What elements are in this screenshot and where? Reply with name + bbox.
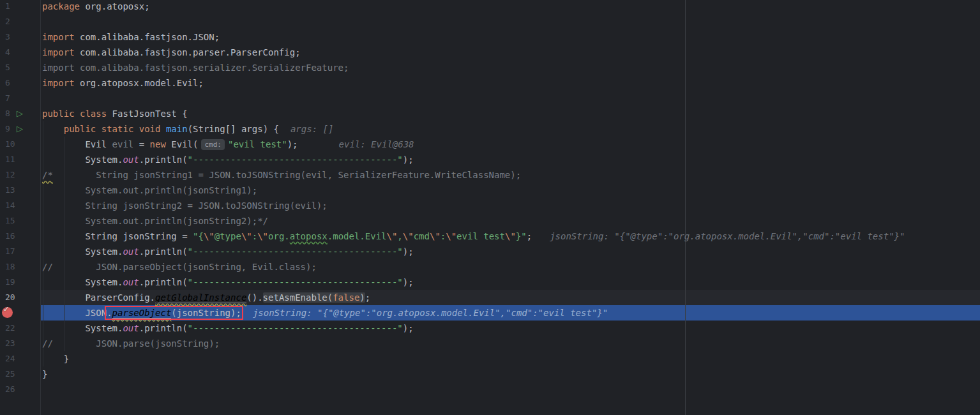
code-token: ); xyxy=(287,139,298,149)
code-token: }" xyxy=(516,231,527,241)
line-number[interactable]: 25 xyxy=(5,366,31,382)
code-token: out xyxy=(123,277,139,287)
code-token: \" xyxy=(430,231,441,241)
breakpoint-icon[interactable] xyxy=(2,307,13,318)
inline-debug-hint: evil: Evil@638 xyxy=(339,139,414,149)
code-token: String jsonString = xyxy=(42,231,193,241)
line-number[interactable]: 5 xyxy=(5,60,31,75)
line-number[interactable]: 18 xyxy=(5,259,31,275)
code-token: JSON xyxy=(42,308,107,318)
code-token: parseObject xyxy=(112,308,172,319)
line-number[interactable]: 23 xyxy=(5,336,31,351)
line-number[interactable]: 26 xyxy=(5,382,31,397)
line-number[interactable]: 20 xyxy=(5,290,31,305)
code-text[interactable]: System.out.println("--------------------… xyxy=(42,275,414,290)
code-line: 15 System.out.println(jsonString2);*/ xyxy=(0,213,980,229)
line-number[interactable]: 6 xyxy=(5,75,31,91)
code-token: "--------------------------------------" xyxy=(188,246,403,257)
line-number[interactable]: 2 xyxy=(5,14,31,29)
line-number[interactable]: 15 xyxy=(5,213,31,229)
code-text[interactable]: // JSON.parseObject(jsonString, Evil.cla… xyxy=(42,259,317,275)
code-token: System. xyxy=(42,323,123,333)
code-token: System. xyxy=(42,277,123,287)
code-token: /* xyxy=(42,170,53,180)
code-token: static xyxy=(102,124,134,134)
code-line: 23// JSON.parse(jsonString); xyxy=(0,336,980,351)
code-line: 22 System.out.println("-----------------… xyxy=(0,321,980,336)
code-line: 7 xyxy=(0,91,980,106)
code-token: .println( xyxy=(139,323,188,333)
line-number[interactable]: 13 xyxy=(5,183,31,198)
code-text[interactable]: public class FastJsonTest { xyxy=(42,106,188,121)
parameter-hint-chip: cmd: xyxy=(201,139,225,150)
code-token: // xyxy=(42,338,53,349)
line-number[interactable]: 14 xyxy=(5,198,31,213)
code-token: setAsmEnable( xyxy=(263,292,333,303)
line-number[interactable]: 1 xyxy=(5,0,31,14)
line-number[interactable]: 16 xyxy=(5,229,31,244)
code-text[interactable]: System.out.println("--------------------… xyxy=(42,244,414,259)
code-text[interactable]: JSON.parseObject(jsonString);jsonString:… xyxy=(42,305,608,321)
code-text[interactable]: String jsonString = "{\"@type\":\"org.at… xyxy=(42,229,905,244)
inline-debug-hint: jsonString: "{"@type":"org.atoposx.model… xyxy=(550,231,905,241)
line-number[interactable]: 3 xyxy=(5,29,31,45)
code-token: . xyxy=(107,308,112,318)
run-icon[interactable]: ▷ xyxy=(17,106,23,121)
line-number[interactable]: 17 xyxy=(5,244,31,259)
code-text[interactable]: import com.alibaba.fastjson.parser.Parse… xyxy=(42,45,301,60)
code-text[interactable]: ParserConfig.getGlobalInstance().setAsmE… xyxy=(42,290,370,305)
code-token: evil xyxy=(112,139,134,149)
code-text[interactable]: } xyxy=(42,366,47,382)
code-token: getGlobalInstance xyxy=(155,292,246,303)
code-text[interactable]: import com.alibaba.fastjson.serializer.S… xyxy=(42,60,349,75)
code-text[interactable]: // JSON.parse(jsonString); xyxy=(42,336,220,351)
error-highlight-box: .parseObject(jsonString); xyxy=(107,308,241,318)
code-token: \" xyxy=(257,231,268,241)
run-icon[interactable]: ▷ xyxy=(17,121,23,137)
right-margin-guide xyxy=(685,0,686,415)
code-text[interactable]: System.out.println("--------------------… xyxy=(42,321,414,336)
code-text[interactable]: Evil evil = new Evil(cmd:"evil test");ev… xyxy=(42,137,414,152)
code-token: \" xyxy=(387,231,398,241)
code-token: public xyxy=(42,109,75,119)
line-number[interactable]: 24 xyxy=(5,351,31,366)
code-line: 19 System.out.println("-----------------… xyxy=(0,275,980,290)
code-line: 3import com.alibaba.fastjson.JSON; xyxy=(0,29,980,45)
line-number[interactable]: 22 xyxy=(5,321,31,336)
code-text[interactable]: import com.alibaba.fastjson.JSON; xyxy=(42,29,220,45)
code-token: System.out.println(jsonString1); xyxy=(42,185,257,195)
code-token: \" xyxy=(505,231,516,241)
line-number[interactable]: 19 xyxy=(5,275,31,290)
code-token: ; xyxy=(365,292,370,303)
line-number[interactable]: 4 xyxy=(5,45,31,60)
line-number[interactable]: 11 xyxy=(5,152,31,167)
code-token: \" xyxy=(403,231,414,241)
code-token: String jsonString2 = JSON.toJSONString(e… xyxy=(42,200,328,211)
usage-highlight: setAsmEnable(false) xyxy=(263,292,365,303)
code-text[interactable]: package org.atoposx; xyxy=(42,0,150,14)
code-token: evil test xyxy=(456,231,505,241)
code-token: class xyxy=(80,109,107,119)
code-token: import xyxy=(42,78,75,88)
line-number[interactable]: 12 xyxy=(5,167,31,183)
code-text[interactable]: } xyxy=(42,351,69,366)
code-token: : xyxy=(252,231,257,241)
code-text[interactable]: System.out.println("--------------------… xyxy=(42,152,414,167)
code-text[interactable]: System.out.println(jsonString1); xyxy=(42,183,257,198)
code-token: System.out.println(jsonString2);*/ xyxy=(42,216,268,226)
code-text[interactable]: String jsonString2 = JSON.toJSONString(e… xyxy=(42,198,328,213)
code-token: ); xyxy=(403,155,414,165)
code-line: 1package org.atoposx; xyxy=(0,0,980,14)
code-token: (). xyxy=(246,292,262,303)
code-token: "--------------------------------------" xyxy=(188,323,403,333)
code-text[interactable]: System.out.println(jsonString2);*/ xyxy=(42,213,268,229)
code-text[interactable]: /* String jsonString1 = JSON.toJSONStrin… xyxy=(42,167,521,183)
code-token: out xyxy=(123,323,139,333)
code-token: .model.Evil xyxy=(328,231,387,241)
code-token: "--------------------------------------" xyxy=(188,155,403,165)
code-text[interactable]: public static void main(String[] args) {… xyxy=(42,121,333,137)
line-number[interactable]: 10 xyxy=(5,137,31,152)
code-editor: 1package org.atoposx;23import com.alibab… xyxy=(0,0,980,415)
code-text[interactable]: import org.atoposx.model.Evil; xyxy=(42,75,204,91)
line-number[interactable]: 7 xyxy=(5,91,31,106)
